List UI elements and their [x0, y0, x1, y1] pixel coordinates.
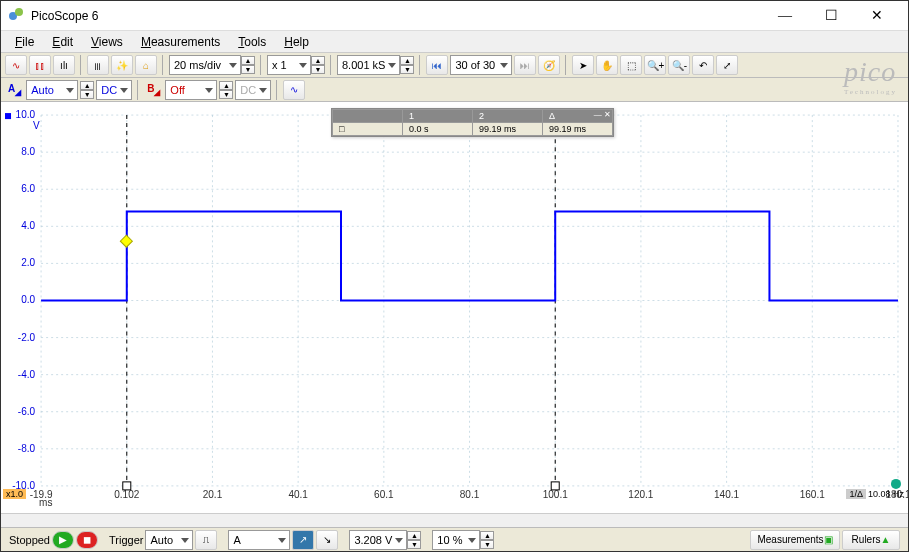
trigger-pretrigger-input[interactable]: 10 % — [432, 530, 480, 550]
hand-icon[interactable]: ✋ — [596, 55, 618, 75]
xscale-select[interactable]: x 1 — [267, 55, 311, 75]
scope-graph[interactable]: 10.08.06.04.02.00.0-2.0-4.0-6.0-8.0-10.0… — [1, 102, 908, 513]
trigger-slope-rising-icon[interactable]: ↗ — [292, 530, 314, 550]
timebase-select[interactable]: 20 ms/div — [169, 55, 241, 75]
cursor-readout-popup[interactable]: — ✕ 1 2 Δ □ 0.0 s 99.19 ms 99.19 ms — [331, 108, 614, 137]
trigger-label: Trigger — [109, 534, 143, 546]
xscale-down[interactable]: ▼ — [311, 65, 325, 74]
menu-edit[interactable]: Edit — [44, 33, 81, 51]
horizontal-scrollbar[interactable] — [1, 513, 908, 527]
svg-text:40.1: 40.1 — [288, 489, 308, 500]
pointer-icon[interactable]: ➤ — [572, 55, 594, 75]
trigger-slope-falling-icon[interactable]: ↘ — [316, 530, 338, 550]
minimize-button[interactable]: — — [762, 1, 808, 31]
run-status: Stopped — [9, 534, 50, 546]
go-button[interactable]: ▶ — [52, 531, 74, 549]
menu-measurements[interactable]: Measurements — [133, 33, 228, 51]
menu-help[interactable]: Help — [276, 33, 317, 51]
trigger-level-input[interactable]: 3.208 V — [349, 530, 407, 550]
svg-text:-8.0: -8.0 — [18, 443, 36, 454]
xscale-up[interactable]: ▲ — [311, 56, 325, 65]
spectrum-mode-icon[interactable]: ılı — [53, 55, 75, 75]
svg-text:120.1: 120.1 — [628, 489, 653, 500]
ch-b-range-down[interactable]: ▼ — [219, 90, 233, 99]
buffer-indicator[interactable]: 30 of 30 — [450, 55, 512, 75]
window-title: PicoScope 6 — [31, 9, 762, 23]
svg-text:8.0: 8.0 — [21, 146, 35, 157]
svg-text:6.0: 6.0 — [21, 183, 35, 194]
ch-a-range-down[interactable]: ▼ — [80, 90, 94, 99]
svg-text:140.1: 140.1 — [714, 489, 739, 500]
ch-b-range-up[interactable]: ▲ — [219, 81, 233, 90]
trigger-level-up[interactable]: ▲ — [407, 531, 421, 540]
close-button[interactable]: ✕ — [854, 1, 900, 31]
channel-toolbar: A◢ Auto ▲▼ DC B◢ Off ▲▼ DC ∿ — [1, 78, 908, 102]
auto-setup-icon[interactable]: ✨ — [111, 55, 133, 75]
menu-bar: File Edit Views Measurements Tools Help — [1, 31, 908, 53]
persistence-mode-icon[interactable]: ⫿⫿ — [29, 55, 51, 75]
cursor-col-2: 2 — [473, 110, 543, 123]
buffer-last-icon[interactable]: ⏭ — [514, 55, 536, 75]
ch-b-range-select[interactable]: Off — [165, 80, 217, 100]
menu-views[interactable]: Views — [83, 33, 131, 51]
main-toolbar: ∿ ⫿⫿ ılı ⫼ ✨ ⌂ 20 ms/div ▲▼ x 1 ▲▼ 8.001… — [1, 53, 908, 78]
samples-select[interactable]: 8.001 kS — [337, 55, 400, 75]
measurements-button[interactable]: Measurements ▣ — [750, 530, 840, 550]
samples-up[interactable]: ▲ — [400, 56, 414, 65]
cursor-val-delta: 99.19 ms — [543, 123, 613, 136]
popup-close-icon[interactable]: — ✕ — [594, 110, 611, 119]
ch-b-coupling-select[interactable]: DC — [235, 80, 271, 100]
svg-text:10.0: 10.0 — [16, 109, 36, 120]
svg-text:20.1: 20.1 — [203, 489, 223, 500]
svg-rect-45 — [123, 482, 131, 490]
window-titlebar: PicoScope 6 — ☐ ✕ — [1, 1, 908, 31]
buffer-first-icon[interactable]: ⏮ — [426, 55, 448, 75]
trigger-edge-icon[interactable]: ⎍ — [195, 530, 217, 550]
svg-text:2.0: 2.0 — [21, 257, 35, 268]
timebase-down[interactable]: ▼ — [241, 65, 255, 74]
home-icon[interactable]: ⌂ — [135, 55, 157, 75]
menu-tools[interactable]: Tools — [230, 33, 274, 51]
svg-text:100.1: 100.1 — [543, 489, 568, 500]
zoom-area-icon[interactable]: ⬚ — [620, 55, 642, 75]
sig-gen-icon[interactable]: ∿ — [283, 80, 305, 100]
svg-text:80.1: 80.1 — [460, 489, 480, 500]
channel-b-label: B◢ — [144, 83, 163, 97]
zoom-badge: x1.0 — [3, 489, 26, 499]
cursor-col-1: 1 — [403, 110, 473, 123]
timebase-up[interactable]: ▲ — [241, 56, 255, 65]
trigger-mode-select[interactable]: Auto — [145, 530, 193, 550]
rulers-button[interactable]: Rulers ▲ — [842, 530, 900, 550]
svg-rect-47 — [551, 482, 559, 490]
graph-svg: 10.08.06.04.02.00.0-2.0-4.0-6.0-8.0-10.0… — [1, 102, 908, 513]
maximize-button[interactable]: ☐ — [808, 1, 854, 31]
samples-down[interactable]: ▼ — [400, 65, 414, 74]
cursor-val-2: 99.19 ms — [473, 123, 543, 136]
histogram-icon[interactable]: ⫼ — [87, 55, 109, 75]
buffer-nav-icon[interactable]: 🧭 — [538, 55, 560, 75]
zoom-in-icon[interactable]: 🔍+ — [644, 55, 666, 75]
pretrigger-up[interactable]: ▲ — [480, 531, 494, 540]
frequency-readout: 1/Δ 10.08 Hz — [846, 489, 904, 499]
zoom-full-icon[interactable]: ⤢ — [716, 55, 738, 75]
zoom-out-icon[interactable]: 🔍- — [668, 55, 690, 75]
undo-zoom-icon[interactable]: ↶ — [692, 55, 714, 75]
menu-file[interactable]: File — [7, 33, 42, 51]
svg-rect-48 — [5, 113, 11, 119]
ch-a-range-up[interactable]: ▲ — [80, 81, 94, 90]
ch-a-range-select[interactable]: Auto — [26, 80, 78, 100]
stop-button[interactable]: ◼ — [76, 531, 98, 549]
svg-text:0.0: 0.0 — [21, 294, 35, 305]
trigger-channel-select[interactable]: A — [228, 530, 290, 550]
svg-text:-4.0: -4.0 — [18, 369, 36, 380]
svg-point-49 — [891, 479, 901, 489]
freq-icon: 1/Δ — [846, 489, 866, 499]
status-bar: Stopped ▶ ◼ Trigger Auto ⎍ A ↗ ↘ 3.208 V… — [1, 527, 908, 551]
ch-a-coupling-select[interactable]: DC — [96, 80, 132, 100]
freq-value: 10.08 Hz — [868, 489, 904, 499]
app-icon — [9, 8, 25, 24]
pico-logo: picoTechnology — [844, 56, 897, 96]
trigger-level-down[interactable]: ▼ — [407, 540, 421, 549]
pretrigger-down[interactable]: ▼ — [480, 540, 494, 549]
scope-mode-icon[interactable]: ∿ — [5, 55, 27, 75]
